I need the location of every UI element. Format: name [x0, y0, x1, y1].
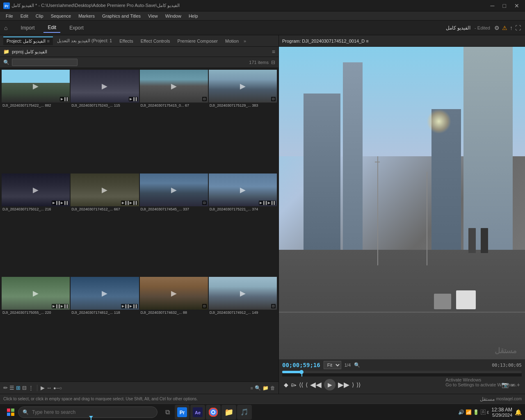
media-item[interactable]: ▶⊡ DJI_20240307174912_... 149: [209, 277, 277, 380]
menu-help[interactable]: Help: [185, 13, 201, 19]
delete-icon[interactable]: 🗑: [270, 385, 275, 391]
maximize-btn[interactable]: □: [500, 2, 509, 9]
menu-window[interactable]: Window: [162, 13, 185, 19]
task-view-btn[interactable]: ⧉: [161, 406, 174, 419]
media-item[interactable]: ▶⊡ DJI_20240307174545_... 337: [140, 173, 208, 276]
icon-view-icon[interactable]: ⊞: [16, 385, 21, 391]
edited-badge: - Edited: [475, 25, 490, 30]
media-item[interactable]: ▶⊡ DJI_20240307175129_... 383: [209, 70, 277, 173]
watermark: مستقل: [495, 346, 517, 355]
start-button[interactable]: [3, 405, 18, 420]
set-out-btn[interactable]: ⌲: [291, 381, 297, 388]
effect-controls-tab[interactable]: Effect Controls: [137, 37, 173, 45]
watermark-bottom: مستقل: [480, 396, 495, 402]
monitor-timecode-row: 00;00;59;16 Fit 1/4 🔍 00;13;00;05: [282, 361, 522, 369]
bin-icon[interactable]: 📁: [262, 385, 269, 391]
media-item[interactable]: ▶▶▐▐ ▶▐▐ DJI_20240307174812_... 118: [71, 277, 139, 380]
media-item[interactable]: ▶▶▐▐ ▶▐▐ DJI_20240307174512_... 667: [71, 173, 139, 276]
search-input[interactable]: [12, 59, 78, 66]
explorer-taskbar-icon[interactable]: 📁: [221, 405, 236, 420]
taskbar-icons: ⧉ Pr Ae 📁 🎵: [161, 405, 252, 420]
menu-view[interactable]: View: [145, 13, 161, 19]
list-view-icon[interactable]: ⊟: [271, 59, 275, 65]
fullscreen-btn[interactable]: ⛶: [515, 25, 521, 31]
home-tab[interactable]: ⌂: [4, 25, 7, 31]
chrome-taskbar-icon[interactable]: [206, 405, 221, 420]
search-bar: 🔍 171 items ⊟: [0, 57, 278, 68]
project-history-tab[interactable]: Project: 1) الفيديو بعد التعديل: [54, 37, 115, 45]
step-fwd-btn[interactable]: ▶▶: [338, 380, 349, 389]
export-tab[interactable]: Export: [65, 23, 88, 32]
motion-tab[interactable]: Motion: [222, 37, 242, 45]
status-bar: Click to select, or click in empty space…: [0, 394, 525, 404]
taskbar-search[interactable]: 🔍: [18, 406, 158, 418]
fit-dropdown[interactable]: Fit: [324, 361, 341, 369]
main-area: Project: الفيديو كامل ≡ Project: 1) الفي…: [0, 35, 525, 394]
search2-icon[interactable]: 🔍: [255, 385, 261, 391]
window-title: الفيديو كامل * - C:\Users\ahmed\Desktop\…: [11, 3, 180, 8]
media-item[interactable]: ▶⊡ DJI_20240307175415_0... 67: [140, 70, 208, 173]
effects-tab[interactable]: Effects: [116, 37, 136, 45]
svg-text:Pr: Pr: [5, 4, 9, 8]
premiere-composer-tab[interactable]: Premiere Composer: [174, 37, 221, 45]
app-icon: Pr: [3, 2, 10, 9]
media-item[interactable]: ▶▶▐▐ ▶▐▐ DJI_20240307175012_... 216: [2, 173, 70, 276]
playback-controls: ◆ ⌲ ⟨⟨ ⟨ ◀◀ ▶ ▶▶ ⟩ ⟩⟩ 📷 » +: [282, 377, 522, 392]
media-item[interactable]: ▶▶▐▐ DJI_20240307175422_... 882: [2, 70, 70, 173]
folder-icon: 📁: [3, 49, 9, 55]
hover-scrub-icon[interactable]: ↔: [46, 385, 52, 391]
timecode-display[interactable]: 00;00;59;16: [282, 362, 320, 368]
ae-taskbar-icon[interactable]: Ae: [190, 405, 205, 420]
notification-icon[interactable]: 🔔: [515, 409, 522, 415]
premiere-taskbar-icon[interactable]: Pr: [175, 405, 189, 420]
play-btn[interactable]: ▶: [324, 379, 336, 390]
duration-display: 00;13;00;05: [492, 363, 522, 368]
menu-file[interactable]: File: [2, 13, 16, 19]
minimize-btn[interactable]: ─: [488, 2, 497, 9]
sort-icon[interactable]: ⋮: [28, 385, 34, 391]
set-in-btn[interactable]: ◆: [284, 381, 288, 388]
menu-sequence[interactable]: Sequence: [48, 13, 75, 19]
new-item-icon[interactable]: ✏: [3, 385, 8, 391]
search-input[interactable]: [32, 409, 153, 415]
list-icon[interactable]: ☰: [9, 385, 14, 391]
import-tab[interactable]: Import: [16, 23, 39, 32]
prev-frame-btn[interactable]: ⟨: [306, 381, 308, 388]
menu-graphics-titles[interactable]: Graphics and Titles: [99, 13, 144, 19]
status-message: Click to select, or click in empty space…: [3, 397, 480, 401]
next-frame-btn[interactable]: ⟩: [352, 381, 354, 388]
menu-edit[interactable]: Edit: [17, 13, 32, 19]
media-item[interactable]: ▶▶▐▐ ▶▐▐ DJI_20240307175221_... 374: [209, 173, 277, 276]
settings-btn[interactable]: ⚙: [494, 25, 500, 31]
media-item[interactable]: ▶▶▐▐ DJI_20240307175243_... 115: [71, 70, 139, 173]
window-controls: ─ □ ✕: [488, 2, 522, 9]
timeline-scrubber[interactable]: [282, 371, 522, 377]
add-marker-btn[interactable]: +: [517, 381, 520, 388]
export-btn[interactable]: ↑: [510, 25, 513, 31]
project-tab[interactable]: Project: الفيديو كامل ≡: [3, 37, 53, 45]
close-btn[interactable]: ✕: [512, 2, 522, 9]
thumb-size-slider[interactable]: ●─○: [53, 386, 62, 390]
warning-icon: ⚠: [502, 25, 507, 31]
go-out-btn[interactable]: ⟩⟩: [356, 381, 361, 388]
menu-markers[interactable]: Markers: [75, 13, 98, 19]
autoplay-icon[interactable]: ▶: [41, 385, 45, 391]
go-in-btn[interactable]: ⟨⟨: [299, 381, 303, 388]
watermark-url: mostaqel.com: [496, 397, 522, 401]
freeform-icon[interactable]: ⊟: [22, 385, 27, 391]
panel-options-icon[interactable]: ≡: [251, 386, 253, 390]
step-back-btn[interactable]: ◀◀: [310, 380, 322, 389]
menu-clip[interactable]: Clip: [32, 13, 47, 19]
media-item[interactable]: ▶▶▐▐ ▶▐▐ DJI_20240307175055_... 220: [2, 277, 70, 380]
panel-menu-icon[interactable]: ≡: [272, 48, 275, 55]
edit-tab[interactable]: Edit: [43, 23, 60, 33]
zoom-icon[interactable]: 🔍: [354, 362, 360, 368]
export-frame-btn[interactable]: 📷: [502, 381, 509, 388]
video-preview: مستقل: [279, 47, 525, 359]
media-grid: ▶▶▐▐ DJI_20240307175422_... 882 ▶▶▐▐ DJI…: [0, 68, 278, 381]
search-icon: 🔍: [3, 59, 9, 65]
more-controls-btn[interactable]: »: [511, 381, 514, 388]
media-item[interactable]: ▶⊡ DJI_20240307174632_... 88: [140, 277, 208, 380]
panel-more-btn[interactable]: »: [244, 39, 246, 43]
extra-icon[interactable]: 🎵: [237, 405, 252, 420]
